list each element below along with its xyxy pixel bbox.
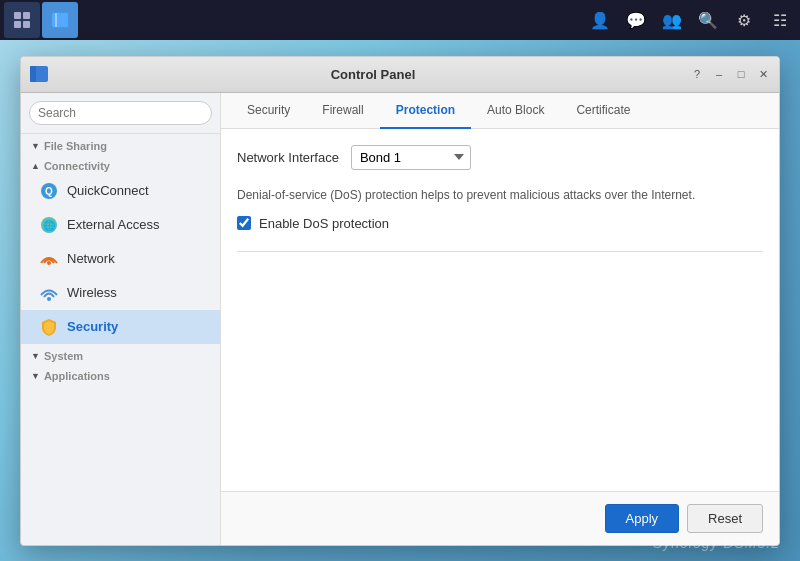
close-button[interactable]: ✕ xyxy=(755,66,771,82)
sidebar-item-network[interactable]: Network xyxy=(21,242,220,276)
wireless-icon xyxy=(39,283,59,303)
user-icon[interactable]: 👥 xyxy=(656,4,688,36)
sidebar-section-connectivity[interactable]: ▲ Connectivity xyxy=(21,154,220,174)
content-area: Network Interface Bond 1 LAN 1 LAN 2 Den… xyxy=(221,129,779,491)
window-body: ▼ File Sharing ▲ Connectivity Q Quic xyxy=(21,93,779,545)
window-controls: ? – □ ✕ xyxy=(689,66,771,82)
svg-rect-0 xyxy=(14,12,21,19)
search-container xyxy=(21,93,220,134)
chat-icon[interactable]: 💬 xyxy=(620,4,652,36)
reset-button[interactable]: Reset xyxy=(687,504,763,533)
widgets-icon[interactable]: ☷ xyxy=(764,4,796,36)
maximize-button[interactable]: □ xyxy=(733,66,749,82)
taskbar: 👤 💬 👥 🔍 ⚙ ☷ xyxy=(0,0,800,40)
svg-point-12 xyxy=(47,261,51,265)
external-access-icon: 🌐 xyxy=(39,215,59,235)
taskbar-right-icons: 👤 💬 👥 🔍 ⚙ ☷ xyxy=(584,4,796,36)
enable-dos-checkbox[interactable] xyxy=(237,216,251,230)
chevron-down-icon: ▼ xyxy=(31,141,40,151)
search-icon[interactable]: 🔍 xyxy=(692,4,724,36)
notification-icon[interactable]: 👤 xyxy=(584,4,616,36)
svg-text:Q: Q xyxy=(45,186,53,197)
taskbar-grid-icon[interactable] xyxy=(4,2,40,38)
sidebar-item-label: Wireless xyxy=(67,285,117,300)
svg-rect-7 xyxy=(30,66,36,82)
sidebar-section-system[interactable]: ▼ System xyxy=(21,344,220,364)
enable-dos-label[interactable]: Enable DoS protection xyxy=(259,216,389,231)
apply-button[interactable]: Apply xyxy=(605,504,680,533)
sidebar-item-label: Network xyxy=(67,251,115,266)
chevron-right-icon: ▼ xyxy=(31,351,40,361)
quickconnect-icon: Q xyxy=(39,181,59,201)
dsm-watermark: Synology DSM5.2 xyxy=(653,535,780,551)
main-content: Security Firewall Protection Auto Block … xyxy=(221,93,779,545)
network-interface-row: Network Interface Bond 1 LAN 1 LAN 2 xyxy=(237,145,763,170)
help-button[interactable]: ? xyxy=(689,66,705,82)
window-title: Control Panel xyxy=(57,67,689,82)
sidebar-item-quickconnect[interactable]: Q QuickConnect xyxy=(21,174,220,208)
svg-point-13 xyxy=(47,297,51,301)
sidebar-item-label: External Access xyxy=(67,217,160,232)
tab-auto-block[interactable]: Auto Block xyxy=(471,93,560,129)
search-input[interactable] xyxy=(29,101,212,125)
svg-text:🌐: 🌐 xyxy=(43,219,56,232)
titlebar: Control Panel ? – □ ✕ xyxy=(21,57,779,93)
svg-rect-2 xyxy=(14,21,21,28)
desktop: Control Panel ? – □ ✕ ▼ File Sharing xyxy=(0,40,800,561)
sidebar-item-label: QuickConnect xyxy=(67,183,149,198)
sidebar-item-security[interactable]: Security xyxy=(21,310,220,344)
sidebar: ▼ File Sharing ▲ Connectivity Q Quic xyxy=(21,93,221,545)
svg-rect-4 xyxy=(52,13,68,27)
window-icon xyxy=(29,64,49,84)
minimize-button[interactable]: – xyxy=(711,66,727,82)
sidebar-item-label: Security xyxy=(67,319,118,334)
sidebar-item-wireless[interactable]: Wireless xyxy=(21,276,220,310)
chevron-up-icon: ▲ xyxy=(31,161,40,171)
taskbar-cp-icon[interactable] xyxy=(42,2,78,38)
dos-info-text: Denial-of-service (DoS) protection helps… xyxy=(237,186,763,204)
svg-rect-1 xyxy=(23,12,30,19)
enable-dos-row: Enable DoS protection xyxy=(237,216,763,231)
tab-firewall[interactable]: Firewall xyxy=(306,93,379,129)
svg-rect-3 xyxy=(23,21,30,28)
tab-security[interactable]: Security xyxy=(231,93,306,129)
chevron-right-icon: ▼ xyxy=(31,371,40,381)
network-icon xyxy=(39,249,59,269)
gear-icon[interactable]: ⚙ xyxy=(728,4,760,36)
control-panel-window: Control Panel ? – □ ✕ ▼ File Sharing xyxy=(20,56,780,546)
sidebar-section-applications[interactable]: ▼ Applications xyxy=(21,364,220,384)
content-separator xyxy=(237,251,763,252)
tab-protection[interactable]: Protection xyxy=(380,93,471,129)
sidebar-item-external-access[interactable]: 🌐 External Access xyxy=(21,208,220,242)
sidebar-section-file-sharing[interactable]: ▼ File Sharing xyxy=(21,134,220,154)
tab-bar: Security Firewall Protection Auto Block … xyxy=(221,93,779,129)
security-icon xyxy=(39,317,59,337)
network-interface-select[interactable]: Bond 1 LAN 1 LAN 2 xyxy=(351,145,471,170)
tab-certificate[interactable]: Certificate xyxy=(560,93,646,129)
network-interface-label: Network Interface xyxy=(237,150,339,165)
